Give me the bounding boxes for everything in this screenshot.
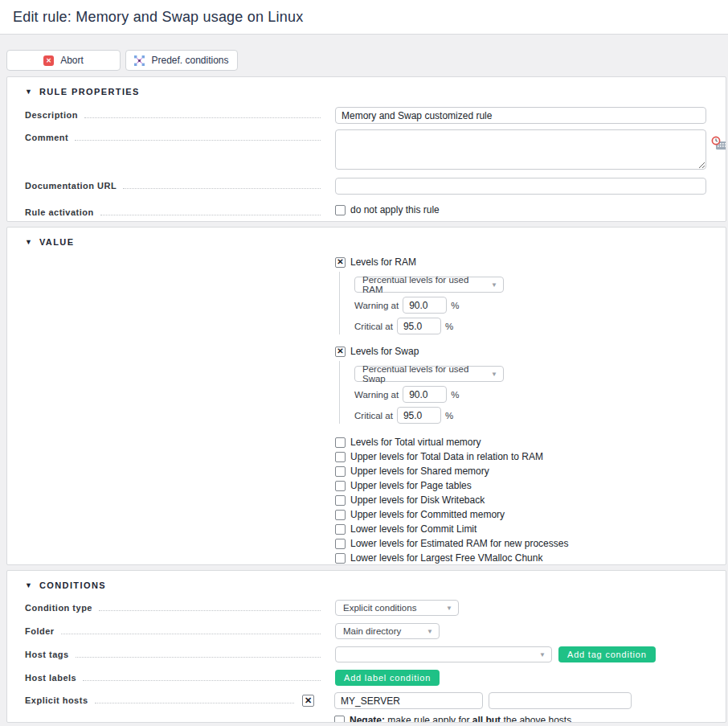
option-checkbox[interactable] <box>335 510 346 520</box>
dotted-leader <box>61 626 321 634</box>
negate-label: Negate: make rule apply for all but the … <box>350 715 571 723</box>
host-labels-label: Host labels <box>25 673 76 683</box>
option-checkbox[interactable] <box>335 524 346 535</box>
swap-critical-label: Critical at <box>354 411 393 420</box>
doc-url-input[interactable] <box>335 178 706 195</box>
chevron-down-icon: ▼ <box>491 371 497 378</box>
option-label: Upper levels for Disk Writeback <box>350 494 485 506</box>
option-checkbox[interactable] <box>335 466 346 477</box>
explicit-host-input-1[interactable] <box>334 692 483 709</box>
value-header[interactable]: ▼ VALUE <box>25 237 713 247</box>
conditions-header[interactable]: ▼ CONDITIONS <box>25 580 713 590</box>
option-checkbox[interactable] <box>335 539 346 549</box>
levels-for-swap-checkbox[interactable] <box>335 347 346 357</box>
option-checkbox[interactable] <box>335 452 346 462</box>
levels-for-ram-checkbox[interactable] <box>335 257 346 268</box>
section-conditions: ▼ CONDITIONS Condition type Explicit con… <box>6 570 726 723</box>
predef-conditions-button[interactable]: Predef. conditions <box>125 50 238 71</box>
negate-checkbox[interactable] <box>334 716 345 724</box>
option-label: Upper levels for Page tables <box>350 480 472 491</box>
ram-critical-label: Critical at <box>354 322 393 331</box>
abort-button[interactable]: ✕ Abort <box>6 50 121 71</box>
option-checkbox[interactable] <box>335 553 346 564</box>
folder-select[interactable]: Main directory ▼ <box>335 623 440 639</box>
ram-warning-input[interactable] <box>403 297 447 314</box>
predef-conditions-icon <box>134 55 145 66</box>
abort-button-label: Abort <box>60 55 84 66</box>
description-input[interactable] <box>335 107 706 124</box>
section-title: RULE PROPERTIES <box>39 87 140 96</box>
section-title: VALUE <box>39 237 74 247</box>
comment-label: Comment <box>25 133 68 142</box>
option-label: Upper levels for Total Data in relation … <box>350 451 543 462</box>
value-option-row: Upper levels for Total Data in relation … <box>335 449 713 464</box>
toolbar: ✕ Abort Predef. conditions <box>0 35 728 76</box>
section-value: ▼ VALUE Levels for RAM Percentual levels… <box>6 227 726 565</box>
option-label: Lower levels for Estimated RAM for new p… <box>350 538 568 549</box>
dotted-leader <box>99 603 321 611</box>
dotted-leader <box>75 133 321 141</box>
option-label: Lower levels for Commit Limit <box>350 523 476 535</box>
option-checkbox[interactable] <box>335 437 346 448</box>
swap-critical-input[interactable] <box>397 407 441 424</box>
dotted-leader <box>95 695 294 703</box>
host-tags-select[interactable]: ▼ <box>335 646 552 662</box>
option-label: Lower levels for Largest Free VMalloc Ch… <box>350 552 542 564</box>
explicit-hosts-label: Explicit hosts <box>25 695 88 705</box>
host-tags-label: Host tags <box>25 650 69 659</box>
rule-activation-row: Rule activation do not apply this rule <box>25 204 713 217</box>
value-option-row: Upper levels for Page tables <box>335 478 713 493</box>
description-row: Description <box>25 107 713 124</box>
collapse-triangle-icon: ▼ <box>25 581 32 589</box>
add-label-condition-button[interactable]: Add label condition <box>335 670 440 686</box>
insert-timestamp-icon[interactable] <box>711 136 726 151</box>
folder-label: Folder <box>25 626 55 636</box>
collapse-triangle-icon: ▼ <box>25 238 32 246</box>
rule-properties-header[interactable]: ▼ RULE PROPERTIES <box>25 87 713 96</box>
predef-conditions-label: Predef. conditions <box>151 55 228 66</box>
condition-type-select[interactable]: Explicit conditions ▼ <box>335 600 459 616</box>
condition-type-label: Condition type <box>25 603 92 613</box>
comment-textarea[interactable] <box>335 129 706 170</box>
doc-url-row: Documentation URL <box>25 178 713 195</box>
option-label: Upper levels for Shared memory <box>350 466 489 477</box>
value-option-row: Levels for Total virtual memory <box>335 435 713 449</box>
value-option-row: Lower levels for Estimated RAM for new p… <box>335 536 713 551</box>
levels-for-swap-block: Levels for Swap Percentual levels for us… <box>335 346 713 424</box>
swap-levels-select-value: Percentual levels for used Swap <box>362 364 485 384</box>
swap-levels-select[interactable]: Percentual levels for used Swap ▼ <box>354 366 504 382</box>
doc-url-label: Documentation URL <box>25 181 117 191</box>
percent-unit: % <box>445 322 453 331</box>
description-label: Description <box>25 110 78 120</box>
swap-warning-input[interactable] <box>403 386 447 403</box>
add-tag-condition-button[interactable]: Add tag condition <box>558 646 656 662</box>
levels-for-swap-label: Levels for Swap <box>350 346 419 357</box>
dotted-leader <box>76 650 321 658</box>
explicit-host-input-2[interactable] <box>489 692 632 709</box>
ram-critical-input[interactable] <box>397 318 441 334</box>
host-tags-row: Host tags ▼ Add tag condition <box>25 646 713 662</box>
condition-type-value: Explicit conditions <box>343 603 416 613</box>
value-option-row: Lower levels for Commit Limit <box>335 522 713 536</box>
section-rule-properties: ▼ RULE PROPERTIES Description Comment <box>6 76 726 222</box>
option-checkbox[interactable] <box>335 495 346 506</box>
rule-activation-label: Rule activation <box>25 207 94 217</box>
comment-row: Comment <box>25 129 713 170</box>
explicit-hosts-checkbox[interactable] <box>302 695 314 707</box>
abort-x-icon: ✕ <box>43 55 54 66</box>
dotted-leader <box>100 207 321 215</box>
dotted-leader <box>123 181 321 189</box>
do-not-apply-checkbox[interactable] <box>335 205 346 215</box>
page-header: Edit rule: Memory and Swap usage on Linu… <box>0 0 728 35</box>
option-label: Levels for Total virtual memory <box>350 437 481 448</box>
percent-unit: % <box>451 301 459 310</box>
folder-value: Main directory <box>343 626 401 636</box>
value-option-row: Lower levels for Largest Free VMalloc Ch… <box>335 551 713 565</box>
explicit-hosts-row: Explicit hosts Negate: make rule apply f… <box>25 692 713 723</box>
host-labels-row: Host labels Add label condition <box>25 670 713 686</box>
option-label: Upper levels for Committed memory <box>350 509 505 520</box>
section-title: CONDITIONS <box>39 580 106 590</box>
option-checkbox[interactable] <box>335 481 346 491</box>
ram-levels-select[interactable]: Percentual levels for used RAM ▼ <box>354 277 504 293</box>
folder-row: Folder Main directory ▼ <box>25 623 713 639</box>
